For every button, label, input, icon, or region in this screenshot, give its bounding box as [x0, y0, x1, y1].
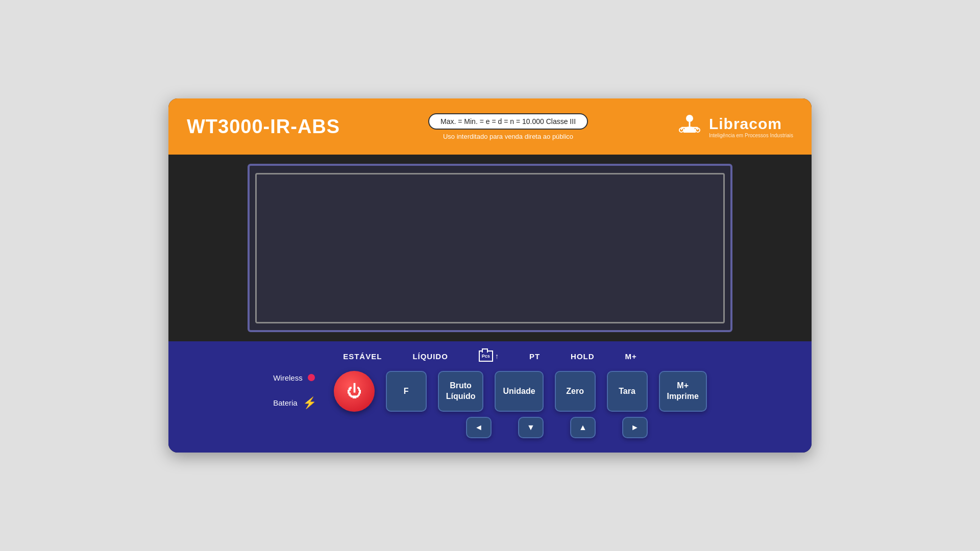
mplus-line1: M+ — [677, 381, 689, 391]
tara-label: Tara — [619, 386, 635, 397]
pcs-label: Pcs — [482, 354, 490, 359]
display-section — [168, 155, 812, 341]
power-icon: ⏻ — [347, 384, 362, 399]
logo-tagline: Inteligência em Processos Industriais — [709, 133, 793, 138]
arrow-right-item: ► — [615, 417, 655, 438]
svg-point-0 — [686, 115, 693, 122]
device-title: WT3000-IR-ABS — [187, 116, 340, 138]
imprime-line2: Imprime — [667, 391, 699, 402]
controls-section: ESTÁVEL LÍQUIDO Pcs ↑ PT HOLD M+ Wireles… — [168, 341, 812, 453]
wireless-indicator: Wireless — [273, 373, 316, 382]
bruto-liquido-button[interactable]: Bruto Líquido — [438, 371, 484, 412]
wireless-label: Wireless — [273, 373, 303, 382]
arrow-right-icon: ► — [631, 422, 639, 433]
arrow-up-item: ▲ — [562, 417, 603, 438]
arrow-down-icon: ▼ — [527, 422, 535, 433]
display-outer — [248, 164, 732, 332]
side-indicators: Wireless Bateria ⚡ — [273, 373, 316, 410]
status-pt: PT — [529, 352, 540, 361]
pcs-icon-area: Pcs ↑ — [479, 350, 499, 362]
bateria-label: Bateria — [273, 398, 298, 407]
status-hold: HOLD — [571, 352, 595, 361]
battery-lightning-icon: ⚡ — [303, 396, 316, 410]
bruto-label: Bruto — [450, 381, 472, 391]
arrow-up-button[interactable]: ▲ — [570, 417, 596, 438]
status-mplus: M+ — [625, 352, 637, 361]
buttons-row: Wireless Bateria ⚡ ⏻ F Bruto Líquido — [187, 371, 793, 412]
f-button-label: F — [404, 386, 409, 397]
arrow-right-button[interactable]: ► — [622, 417, 648, 438]
bateria-indicator: Bateria ⚡ — [273, 396, 316, 410]
arrow-left-icon: ◄ — [475, 422, 483, 433]
status-pcs: Pcs ↑ — [479, 350, 499, 362]
logo-area: Libracom Inteligência em Processos Indus… — [676, 113, 793, 140]
f-button[interactable]: F — [386, 371, 427, 412]
logo-name: Libracom — [709, 115, 793, 133]
display-screen — [255, 173, 725, 323]
status-estavel: ESTÁVEL — [343, 352, 382, 361]
header-center: Max. = Min. = e = d = n = 10.000 Classe … — [428, 113, 588, 140]
libracom-logo-icon — [676, 113, 703, 140]
header: WT3000-IR-ABS Max. = Min. = e = d = n = … — [168, 98, 812, 155]
liquido-label: Líquido — [446, 391, 476, 402]
arrow-up-icon: ▲ — [579, 422, 587, 433]
mplus-imprime-button[interactable]: M+ Imprime — [659, 371, 707, 412]
zero-button[interactable]: Zero — [555, 371, 596, 412]
zero-label: Zero — [566, 386, 584, 397]
power-button[interactable]: ⏻ — [334, 371, 375, 412]
header-subtitle: Uso interditado para venda direta ao púb… — [443, 133, 573, 140]
spec-badge: Max. = Min. = e = d = n = 10.000 Classe … — [428, 113, 588, 130]
arrow-down-button[interactable]: ▼ — [518, 417, 544, 438]
status-bar: ESTÁVEL LÍQUIDO Pcs ↑ PT HOLD M+ — [187, 350, 793, 362]
arrow-left-item: ◄ — [458, 417, 499, 438]
wireless-dot — [308, 374, 315, 381]
status-liquido: LÍQUIDO — [412, 352, 448, 361]
tara-button[interactable]: Tara — [607, 371, 648, 412]
device-panel: WT3000-IR-ABS Max. = Min. = e = d = n = … — [168, 98, 812, 453]
logo-text: Libracom Inteligência em Processos Indus… — [709, 115, 793, 138]
unidade-button[interactable]: Unidade — [495, 371, 543, 412]
arrow-left-button[interactable]: ◄ — [466, 417, 492, 438]
arrow-down-item: ▼ — [510, 417, 551, 438]
unidade-label: Unidade — [503, 386, 535, 397]
arrow-row: ◄ ▼ ▲ ► — [187, 417, 793, 438]
pcs-arrow-up: ↑ — [495, 352, 499, 360]
pcs-box: Pcs — [479, 350, 493, 362]
